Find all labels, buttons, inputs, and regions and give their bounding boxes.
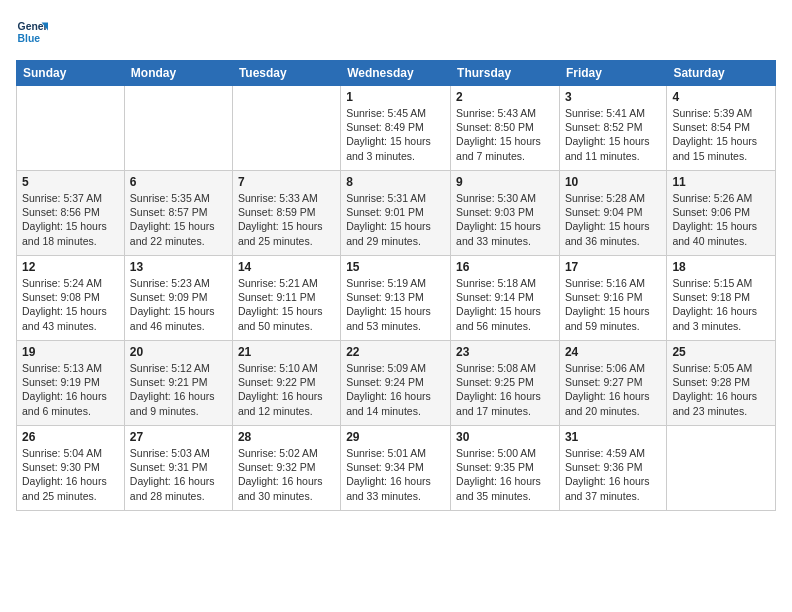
svg-text:Blue: Blue bbox=[18, 33, 41, 44]
week-row-2: 5Sunrise: 5:37 AM Sunset: 8:56 PM Daylig… bbox=[17, 171, 776, 256]
week-row-3: 12Sunrise: 5:24 AM Sunset: 9:08 PM Dayli… bbox=[17, 256, 776, 341]
day-info: Sunrise: 4:59 AM Sunset: 9:36 PM Dayligh… bbox=[565, 446, 661, 503]
calendar-cell: 27Sunrise: 5:03 AM Sunset: 9:31 PM Dayli… bbox=[124, 426, 232, 511]
page-header: General Blue bbox=[16, 16, 776, 48]
header-thursday: Thursday bbox=[451, 61, 560, 86]
day-number: 9 bbox=[456, 175, 554, 189]
day-info: Sunrise: 5:01 AM Sunset: 9:34 PM Dayligh… bbox=[346, 446, 445, 503]
day-number: 8 bbox=[346, 175, 445, 189]
day-number: 18 bbox=[672, 260, 770, 274]
day-number: 17 bbox=[565, 260, 661, 274]
calendar-cell: 25Sunrise: 5:05 AM Sunset: 9:28 PM Dayli… bbox=[667, 341, 776, 426]
calendar-header-row: SundayMondayTuesdayWednesdayThursdayFrid… bbox=[17, 61, 776, 86]
calendar-cell: 18Sunrise: 5:15 AM Sunset: 9:18 PM Dayli… bbox=[667, 256, 776, 341]
day-info: Sunrise: 5:18 AM Sunset: 9:14 PM Dayligh… bbox=[456, 276, 554, 333]
calendar-cell: 19Sunrise: 5:13 AM Sunset: 9:19 PM Dayli… bbox=[17, 341, 125, 426]
week-row-4: 19Sunrise: 5:13 AM Sunset: 9:19 PM Dayli… bbox=[17, 341, 776, 426]
day-info: Sunrise: 5:00 AM Sunset: 9:35 PM Dayligh… bbox=[456, 446, 554, 503]
calendar-cell: 8Sunrise: 5:31 AM Sunset: 9:01 PM Daylig… bbox=[341, 171, 451, 256]
calendar-cell: 30Sunrise: 5:00 AM Sunset: 9:35 PM Dayli… bbox=[451, 426, 560, 511]
day-number: 6 bbox=[130, 175, 227, 189]
header-sunday: Sunday bbox=[17, 61, 125, 86]
calendar-cell: 11Sunrise: 5:26 AM Sunset: 9:06 PM Dayli… bbox=[667, 171, 776, 256]
day-number: 5 bbox=[22, 175, 119, 189]
day-info: Sunrise: 5:28 AM Sunset: 9:04 PM Dayligh… bbox=[565, 191, 661, 248]
day-number: 4 bbox=[672, 90, 770, 104]
calendar-cell: 24Sunrise: 5:06 AM Sunset: 9:27 PM Dayli… bbox=[559, 341, 666, 426]
calendar-cell: 9Sunrise: 5:30 AM Sunset: 9:03 PM Daylig… bbox=[451, 171, 560, 256]
calendar-cell: 22Sunrise: 5:09 AM Sunset: 9:24 PM Dayli… bbox=[341, 341, 451, 426]
header-tuesday: Tuesday bbox=[232, 61, 340, 86]
day-number: 11 bbox=[672, 175, 770, 189]
day-number: 19 bbox=[22, 345, 119, 359]
day-number: 2 bbox=[456, 90, 554, 104]
calendar-cell: 3Sunrise: 5:41 AM Sunset: 8:52 PM Daylig… bbox=[559, 86, 666, 171]
day-number: 25 bbox=[672, 345, 770, 359]
day-number: 13 bbox=[130, 260, 227, 274]
day-info: Sunrise: 5:21 AM Sunset: 9:11 PM Dayligh… bbox=[238, 276, 335, 333]
calendar-cell: 16Sunrise: 5:18 AM Sunset: 9:14 PM Dayli… bbox=[451, 256, 560, 341]
header-friday: Friday bbox=[559, 61, 666, 86]
header-wednesday: Wednesday bbox=[341, 61, 451, 86]
day-info: Sunrise: 5:35 AM Sunset: 8:57 PM Dayligh… bbox=[130, 191, 227, 248]
day-info: Sunrise: 5:02 AM Sunset: 9:32 PM Dayligh… bbox=[238, 446, 335, 503]
day-number: 10 bbox=[565, 175, 661, 189]
day-info: Sunrise: 5:05 AM Sunset: 9:28 PM Dayligh… bbox=[672, 361, 770, 418]
calendar-cell: 23Sunrise: 5:08 AM Sunset: 9:25 PM Dayli… bbox=[451, 341, 560, 426]
day-number: 24 bbox=[565, 345, 661, 359]
week-row-5: 26Sunrise: 5:04 AM Sunset: 9:30 PM Dayli… bbox=[17, 426, 776, 511]
day-number: 1 bbox=[346, 90, 445, 104]
day-number: 22 bbox=[346, 345, 445, 359]
day-info: Sunrise: 5:26 AM Sunset: 9:06 PM Dayligh… bbox=[672, 191, 770, 248]
calendar-cell: 1Sunrise: 5:45 AM Sunset: 8:49 PM Daylig… bbox=[341, 86, 451, 171]
day-info: Sunrise: 5:37 AM Sunset: 8:56 PM Dayligh… bbox=[22, 191, 119, 248]
calendar-cell: 29Sunrise: 5:01 AM Sunset: 9:34 PM Dayli… bbox=[341, 426, 451, 511]
calendar-cell: 12Sunrise: 5:24 AM Sunset: 9:08 PM Dayli… bbox=[17, 256, 125, 341]
day-info: Sunrise: 5:41 AM Sunset: 8:52 PM Dayligh… bbox=[565, 106, 661, 163]
calendar-cell: 14Sunrise: 5:21 AM Sunset: 9:11 PM Dayli… bbox=[232, 256, 340, 341]
day-number: 31 bbox=[565, 430, 661, 444]
calendar-cell: 2Sunrise: 5:43 AM Sunset: 8:50 PM Daylig… bbox=[451, 86, 560, 171]
day-number: 20 bbox=[130, 345, 227, 359]
day-number: 21 bbox=[238, 345, 335, 359]
day-info: Sunrise: 5:31 AM Sunset: 9:01 PM Dayligh… bbox=[346, 191, 445, 248]
header-monday: Monday bbox=[124, 61, 232, 86]
day-info: Sunrise: 5:16 AM Sunset: 9:16 PM Dayligh… bbox=[565, 276, 661, 333]
day-info: Sunrise: 5:19 AM Sunset: 9:13 PM Dayligh… bbox=[346, 276, 445, 333]
day-number: 15 bbox=[346, 260, 445, 274]
day-number: 27 bbox=[130, 430, 227, 444]
header-saturday: Saturday bbox=[667, 61, 776, 86]
day-info: Sunrise: 5:24 AM Sunset: 9:08 PM Dayligh… bbox=[22, 276, 119, 333]
day-info: Sunrise: 5:08 AM Sunset: 9:25 PM Dayligh… bbox=[456, 361, 554, 418]
day-info: Sunrise: 5:04 AM Sunset: 9:30 PM Dayligh… bbox=[22, 446, 119, 503]
day-info: Sunrise: 5:03 AM Sunset: 9:31 PM Dayligh… bbox=[130, 446, 227, 503]
day-number: 7 bbox=[238, 175, 335, 189]
day-number: 16 bbox=[456, 260, 554, 274]
calendar-cell bbox=[17, 86, 125, 171]
calendar-cell bbox=[667, 426, 776, 511]
calendar-cell: 17Sunrise: 5:16 AM Sunset: 9:16 PM Dayli… bbox=[559, 256, 666, 341]
day-number: 28 bbox=[238, 430, 335, 444]
day-info: Sunrise: 5:39 AM Sunset: 8:54 PM Dayligh… bbox=[672, 106, 770, 163]
calendar-cell: 5Sunrise: 5:37 AM Sunset: 8:56 PM Daylig… bbox=[17, 171, 125, 256]
day-number: 23 bbox=[456, 345, 554, 359]
day-info: Sunrise: 5:43 AM Sunset: 8:50 PM Dayligh… bbox=[456, 106, 554, 163]
day-number: 12 bbox=[22, 260, 119, 274]
calendar-cell: 15Sunrise: 5:19 AM Sunset: 9:13 PM Dayli… bbox=[341, 256, 451, 341]
day-info: Sunrise: 5:15 AM Sunset: 9:18 PM Dayligh… bbox=[672, 276, 770, 333]
day-info: Sunrise: 5:45 AM Sunset: 8:49 PM Dayligh… bbox=[346, 106, 445, 163]
day-info: Sunrise: 5:09 AM Sunset: 9:24 PM Dayligh… bbox=[346, 361, 445, 418]
day-number: 3 bbox=[565, 90, 661, 104]
calendar-cell bbox=[232, 86, 340, 171]
calendar-cell: 21Sunrise: 5:10 AM Sunset: 9:22 PM Dayli… bbox=[232, 341, 340, 426]
calendar-cell: 4Sunrise: 5:39 AM Sunset: 8:54 PM Daylig… bbox=[667, 86, 776, 171]
day-info: Sunrise: 5:33 AM Sunset: 8:59 PM Dayligh… bbox=[238, 191, 335, 248]
calendar-cell: 20Sunrise: 5:12 AM Sunset: 9:21 PM Dayli… bbox=[124, 341, 232, 426]
day-number: 26 bbox=[22, 430, 119, 444]
calendar-cell: 26Sunrise: 5:04 AM Sunset: 9:30 PM Dayli… bbox=[17, 426, 125, 511]
calendar-cell: 7Sunrise: 5:33 AM Sunset: 8:59 PM Daylig… bbox=[232, 171, 340, 256]
calendar-cell: 13Sunrise: 5:23 AM Sunset: 9:09 PM Dayli… bbox=[124, 256, 232, 341]
day-number: 14 bbox=[238, 260, 335, 274]
day-info: Sunrise: 5:13 AM Sunset: 9:19 PM Dayligh… bbox=[22, 361, 119, 418]
calendar-table: SundayMondayTuesdayWednesdayThursdayFrid… bbox=[16, 60, 776, 511]
